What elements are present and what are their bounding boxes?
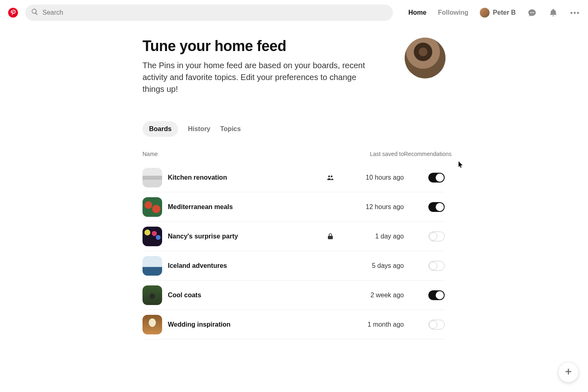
table-header: Name Last saved to Recommendations xyxy=(143,151,445,163)
recommendations-toggle[interactable] xyxy=(428,232,445,241)
col-name: Name xyxy=(143,151,322,157)
col-last-saved: Last saved to xyxy=(339,151,404,157)
page-header: Tune your home feed The Pins in your hom… xyxy=(143,38,445,95)
board-thumbnail-icon xyxy=(143,285,162,305)
board-title: Wedding inspiration xyxy=(168,321,230,328)
lock-icon xyxy=(322,233,339,240)
search-field[interactable] xyxy=(25,4,393,21)
table-row[interactable]: Kitchen renovation10 hours ago xyxy=(143,163,445,192)
board-title: Cool coats xyxy=(168,292,201,299)
board-title: Kitchen renovation xyxy=(168,174,227,181)
pinterest-logo-icon[interactable] xyxy=(8,8,18,18)
cell-name: Kitchen renovation xyxy=(143,168,322,187)
shared-icon xyxy=(322,174,339,181)
board-thumbnail-icon xyxy=(143,227,162,246)
recommendations-toggle[interactable] xyxy=(428,173,445,183)
main-content: Tune your home feed The Pins in your hom… xyxy=(143,38,445,339)
recommendations-toggle[interactable] xyxy=(428,290,445,300)
cursor-icon xyxy=(458,161,464,170)
cell-recommendations xyxy=(404,261,445,271)
cell-last-saved: 1 month ago xyxy=(339,321,404,328)
nav-home[interactable]: Home xyxy=(408,9,426,16)
board-thumbnail-icon xyxy=(143,256,162,276)
search-input[interactable] xyxy=(42,9,387,16)
svg-point-2 xyxy=(532,12,532,13)
search-icon xyxy=(31,8,38,17)
recommendations-toggle[interactable] xyxy=(428,261,445,271)
table-row[interactable]: Iceland adventures5 days ago xyxy=(143,251,445,281)
messages-icon[interactable] xyxy=(527,8,537,18)
table-row[interactable]: Nancy's surprise party1 day ago xyxy=(143,222,445,251)
cell-recommendations xyxy=(404,290,445,300)
board-thumbnail-icon xyxy=(143,315,162,334)
board-thumbnail-icon xyxy=(143,197,162,217)
cell-recommendations xyxy=(404,232,445,241)
table-row[interactable]: Mediterranean meals12 hours ago xyxy=(143,192,445,222)
add-button[interactable] xyxy=(559,363,578,382)
table-row[interactable]: Cool coats2 week ago xyxy=(143,281,445,310)
plus-icon xyxy=(564,368,572,377)
boards-table: Kitchen renovation10 hours agoMediterran… xyxy=(143,163,445,339)
more-menu-icon[interactable] xyxy=(570,8,579,18)
cell-recommendations xyxy=(404,173,445,183)
cell-last-saved: 1 day ago xyxy=(339,233,404,240)
board-thumbnail-icon xyxy=(143,168,162,187)
cell-name: Nancy's surprise party xyxy=(143,227,322,246)
col-recommendations: Recommendations xyxy=(404,151,445,157)
topbar: Home Following Peter B xyxy=(0,0,588,25)
table-row[interactable]: Wedding inspiration1 month ago xyxy=(143,310,445,339)
cell-recommendations xyxy=(404,202,445,212)
cell-last-saved: 12 hours ago xyxy=(339,203,404,211)
avatar-small-icon xyxy=(480,8,490,18)
recommendations-toggle[interactable] xyxy=(428,320,445,330)
tab-history[interactable]: History xyxy=(188,121,210,137)
cell-name: Mediterranean meals xyxy=(143,197,322,217)
recommendations-toggle[interactable] xyxy=(428,202,445,212)
tabs: Boards History Topics xyxy=(143,121,445,137)
user-name: Peter B xyxy=(493,9,516,16)
cell-name: Cool coats xyxy=(143,285,322,305)
cell-last-saved: 5 days ago xyxy=(339,262,404,270)
tab-boards[interactable]: Boards xyxy=(143,121,178,137)
page-header-text: Tune your home feed The Pins in your hom… xyxy=(143,38,379,95)
cell-name: Wedding inspiration xyxy=(143,315,322,334)
page-title: Tune your home feed xyxy=(143,38,379,55)
avatar-large-icon[interactable] xyxy=(405,38,445,78)
board-title: Mediterranean meals xyxy=(168,203,233,211)
svg-point-1 xyxy=(530,12,531,13)
svg-point-3 xyxy=(533,12,534,13)
user-chip[interactable]: Peter B xyxy=(480,8,516,18)
board-title: Iceland adventures xyxy=(168,262,227,270)
nav-links: Home Following Peter B xyxy=(408,8,579,18)
cell-recommendations xyxy=(404,320,445,330)
cell-name: Iceland adventures xyxy=(143,256,322,276)
page-subtitle: The Pins in your home feed are based on … xyxy=(143,60,379,95)
nav-following[interactable]: Following xyxy=(438,9,468,16)
board-title: Nancy's surprise party xyxy=(168,233,238,240)
cell-last-saved: 2 week ago xyxy=(339,292,404,299)
tab-topics[interactable]: Topics xyxy=(220,121,241,137)
cell-last-saved: 10 hours ago xyxy=(339,174,404,181)
notifications-icon[interactable] xyxy=(548,8,558,18)
